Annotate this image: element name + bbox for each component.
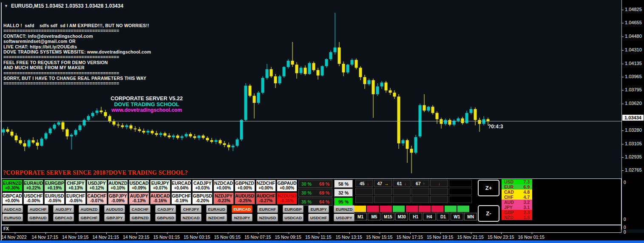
timeframe-swatch-d1 <box>431 206 443 212</box>
sub2-scale-bottom: 0 <box>624 230 626 235</box>
price-tick: 1.03620 <box>622 101 642 106</box>
chevron-down-icon[interactable]: ▼ <box>4 4 8 8</box>
symbol-button-audnzd[interactable]: AUDNZD <box>79 205 99 213</box>
time-axis-label: 14 Nov 23:15 <box>123 235 149 240</box>
pct-cell-symbol: EURUSD <box>45 193 64 198</box>
timeframe-button-m15[interactable]: M15 <box>382 213 394 220</box>
symbol-button-eurusd[interactable]: EURUSD <box>2 214 23 221</box>
pct-cell-value: +0.10% <box>111 186 125 191</box>
timeframe-button-h4[interactable]: H4 <box>423 213 436 220</box>
pct-cell-usdcad: USDCAD+0.09% <box>129 180 149 192</box>
symbol-button-nzdusd[interactable]: NZDUSD <box>257 214 278 221</box>
price-tick: 1.04310 <box>622 47 642 52</box>
time-axis-label: 15 Nov 13:15 <box>336 235 362 240</box>
pct-cell-symbol: AUDNZD <box>108 181 127 186</box>
indicator-subwindow-1: EURNZD+0.30%EURAUD+0.22%EURGBP+0.19%CHFJ… <box>0 178 644 225</box>
price-tick: 1.03795 <box>622 87 642 92</box>
strength-currency: EUR <box>504 184 513 189</box>
symbol-button-usdjpy[interactable]: USDJPY <box>334 214 355 221</box>
pct-cell-usdchf: USDCHF-0.00% <box>23 192 44 204</box>
symbol-button-nzdchf[interactable]: NZDCHF <box>206 214 227 221</box>
symbol-button-chfjpy[interactable]: CHFJPY <box>181 205 201 213</box>
price-tick-mark <box>622 157 624 158</box>
zoom-in-button[interactable]: Z+ <box>478 180 499 196</box>
timeframe-button-m1[interactable]: M1 <box>354 213 367 220</box>
symbol-button-gbpchf[interactable]: GBPCHF <box>79 214 99 221</box>
timeframe-swatch-m5 <box>367 206 379 212</box>
strength-row-eur: EUR6.9 <box>502 184 532 189</box>
pct-cell-value: -0.07% <box>90 198 104 203</box>
symbol-button-cadjpy[interactable]: CADJPY <box>155 205 176 213</box>
symbol-button-nzdcad[interactable]: NZDCAD <box>181 214 201 221</box>
symbol-button-euraud[interactable]: EURAUD <box>206 205 227 213</box>
symbol-button-audusd[interactable]: AUDUSD <box>104 205 125 213</box>
signal-grid: 45↓47→61↓67↑↓ <box>355 180 473 204</box>
symbol-button-usdcad[interactable]: USDCAD <box>283 214 304 221</box>
oscillator-buy-pct: 30 % <box>301 181 312 186</box>
strength-currency: CHF <box>504 195 513 200</box>
pct-cell-symbol: EURCAD <box>172 181 191 186</box>
price-scale[interactable]: 1.03434 1.048251.046551.044801.043101.04… <box>621 0 644 229</box>
strength-row-cad: CAD4.8 <box>502 189 532 195</box>
fx-indicator-label: FX <box>3 226 9 231</box>
strength-value: 3.1 <box>523 205 530 210</box>
brand-line-1: CORPORATE SERVER V5.22 <box>109 96 184 102</box>
signal-cell-empty <box>449 180 472 187</box>
chart-title: EURUSD,M15 1.03452 1.03533 1.03428 1.034… <box>11 3 123 9</box>
pct-cell-cadjpy: CADJPY+0.03% <box>192 180 213 192</box>
timeframe-button-mn[interactable]: MN <box>464 213 477 220</box>
pct-cell-symbol: CADCHF <box>88 193 106 198</box>
symbol-button-gbpjpy[interactable]: GBPJPY <box>104 214 125 221</box>
pct-cell-value: +0.00% <box>216 186 231 191</box>
chart-area: HALLO ! safd sdfs sdf sd I AM EXPIRED!!!… <box>0 3 644 178</box>
price-tick: 1.03280 <box>622 127 642 133</box>
symbol-button-audchf[interactable]: AUDCHF <box>28 205 48 213</box>
symbol-button-gbpusd[interactable]: GBPUSD <box>155 214 176 221</box>
timeframe-button-m5[interactable]: M5 <box>368 213 380 220</box>
timeframe-button-w1[interactable]: W1 <box>451 213 463 220</box>
time-axis-label: 15 Nov 01:15 <box>153 235 180 240</box>
time-axis-tick <box>289 233 289 234</box>
symbol-button-eurgbp[interactable]: EURGBP <box>283 205 304 213</box>
symbol-button-audjpy[interactable]: AUDJPY <box>53 205 74 213</box>
zoom-out-button[interactable]: Z- <box>478 205 499 222</box>
symbol-button-gbpnzd[interactable]: GBPNZD <box>130 214 150 221</box>
strength-value: 2.3 <box>523 210 530 215</box>
pct-cell-symbol: GBPCHF <box>172 193 190 198</box>
symbol-button-eurjpy[interactable]: EURJPY <box>308 205 329 213</box>
time-axis-tick <box>501 233 502 234</box>
price-tick: 1.03965 <box>622 74 642 79</box>
symbol-button-audcad[interactable]: AUDCAD <box>2 205 23 213</box>
pct-cell-eurgbp: EURGBP+0.19% <box>44 180 65 192</box>
symbol-button-cadchf[interactable]: CADCHF <box>130 205 150 213</box>
symbol-button-usdchf[interactable]: USDCHF <box>308 214 329 221</box>
symbol-button-eurchf[interactable]: EURCHF <box>257 205 278 213</box>
pct-cell-symbol: NZDUSD <box>278 193 296 198</box>
signal-cell: 61↓ <box>393 180 411 187</box>
signal-value: 47 <box>377 181 382 186</box>
symbol-button-eurcad[interactable]: EURCAD <box>232 205 252 213</box>
strength-currency: JPY <box>504 205 513 210</box>
symbol-button-gbpaud[interactable]: GBPAUD <box>28 214 48 221</box>
timeframe-swatch-m1 <box>354 206 366 212</box>
symbol-button-nzdjpy[interactable]: NZDJPY <box>232 214 252 221</box>
timeframe-button-h1[interactable]: H1 <box>409 213 422 220</box>
pct-cell-symbol: GBPAUD <box>278 181 297 186</box>
pct-cell-value: +0.00% <box>280 186 294 191</box>
pct-cell-euraud: EURAUD+0.22% <box>23 180 44 192</box>
strength-currency: GBP <box>504 210 514 215</box>
signal-row: 45↓47→61↓67↑↓ <box>355 180 473 187</box>
mt4-chart-window: ▼ EURUSD,M15 1.03452 1.03533 1.03428 1.0… <box>0 0 644 243</box>
pct-cell-value: +0.19% <box>47 186 62 191</box>
timeframe-button-m30[interactable]: M30 <box>395 213 408 220</box>
symbol-button-eurnzd[interactable]: EURNZD <box>334 205 355 213</box>
percent-summary-box: 95 % <box>334 198 353 206</box>
timeframe-button-d1[interactable]: D1 <box>437 213 449 220</box>
symbol-button-gbpcad[interactable]: GBPCAD <box>53 214 74 221</box>
pct-cell-symbol: USDJPY <box>88 181 106 186</box>
symbol-ribbon-row-2: EURUSDGBPAUDGBPCADGBPCHFGBPJPYGBPNZDGBPU… <box>2 214 359 221</box>
signal-cell <box>374 196 392 203</box>
pct-cell-value: -0.27% <box>259 198 273 203</box>
signal-arrow-icon: ↓ <box>367 181 369 186</box>
pct-cell-eurjpy: EURJPY+0.07% <box>150 180 170 192</box>
